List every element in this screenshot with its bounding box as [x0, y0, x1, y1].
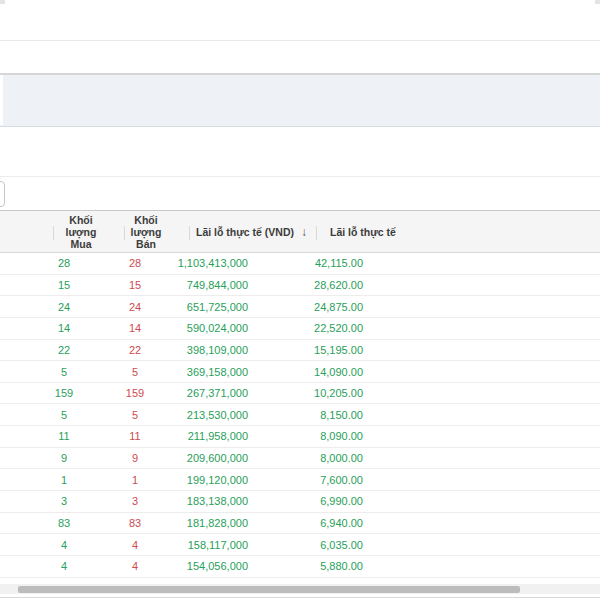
table-row[interactable]: 15 15 749,844,000 28,620.00 — [0, 275, 600, 297]
table-row[interactable]: 4 4 158,117,000 6,035.00 — [0, 534, 600, 556]
header-sell-volume-line: Khối — [120, 214, 172, 226]
table-row[interactable]: 1 1 199,120,000 7,600.00 — [0, 469, 600, 491]
buy-volume-cell: 159 — [36, 387, 92, 399]
table-row[interactable]: 11 11 211,958,000 8,090.00 — [0, 426, 600, 448]
realized-pl-vnd-cell: 199,120,000 — [148, 474, 248, 486]
realized-pl-vnd-cell: 749,844,000 — [148, 279, 248, 291]
header-realized-pl-vnd[interactable]: Lãi lỗ thực tế (VND)↓ — [196, 225, 307, 239]
realized-pl-cell: 8,150.00 — [263, 409, 363, 421]
header-buy-volume-line: lượng — [55, 226, 107, 238]
buy-volume-cell: 24 — [36, 301, 92, 313]
buy-volume-cell: 5 — [36, 366, 92, 378]
header-sell-volume-line: lượng — [120, 226, 172, 238]
realized-pl-vnd-cell: 213,530,000 — [148, 409, 248, 421]
realized-pl-vnd-cell: 369,158,000 — [148, 366, 248, 378]
table-row[interactable]: 83 83 181,828,000 6,940.00 — [0, 513, 600, 535]
realized-pl-cell: 10,205.00 — [263, 387, 363, 399]
buy-volume-cell: 28 — [36, 257, 92, 269]
realized-pl-vnd-cell: 158,117,000 — [148, 539, 248, 551]
realized-pl-vnd-cell: 154,056,000 — [148, 560, 248, 572]
realized-pl-vnd-cell: 209,600,000 — [148, 452, 248, 464]
realized-pl-vnd-cell: 1,103,413,000 — [148, 257, 248, 269]
realized-pl-cell: 24,875.00 — [263, 301, 363, 313]
table-row[interactable]: 5 5 213,530,000 8,150.00 — [0, 404, 600, 426]
realized-pl-vnd-cell: 398,109,000 — [148, 344, 248, 356]
mid-divider — [0, 176, 600, 177]
buy-volume-cell: 1 — [36, 474, 92, 486]
realized-pl-cell: 5,880.00 — [263, 560, 363, 572]
partial-input-box[interactable] — [0, 181, 5, 207]
buy-volume-cell: 3 — [36, 495, 92, 507]
table-row[interactable]: 3 3 183,138,000 6,990.00 — [0, 491, 600, 513]
table-header: Khối lượng Mua Khối lượng Bán Lãi lỗ thự… — [0, 210, 600, 253]
table-row[interactable]: 14 14 590,024,000 22,520.00 — [0, 318, 600, 340]
realized-pl-vnd-cell: 181,828,000 — [148, 517, 248, 529]
column-separator — [189, 226, 190, 240]
realized-pl-cell: 42,115.00 — [263, 257, 363, 269]
table-row[interactable]: 159 159 267,371,000 10,205.00 — [0, 383, 600, 405]
realized-pl-vnd-cell: 267,371,000 — [148, 387, 248, 399]
window-corner-fragment — [0, 0, 5, 4]
column-separator — [316, 226, 317, 240]
table-row[interactable]: 28 28 1,103,413,000 42,115.00 — [0, 253, 600, 275]
header-buy-volume-line: Khối — [55, 214, 107, 226]
column-separator — [53, 226, 54, 240]
window-corner-fragment — [595, 0, 600, 4]
header-sell-volume-line: Bán — [120, 238, 172, 250]
trading-realized-pl-screen: Khối lượng Mua Khối lượng Bán Lãi lỗ thự… — [0, 0, 600, 600]
toolbar-panel — [0, 73, 600, 127]
table-row[interactable]: 9 9 209,600,000 8,000.00 — [0, 448, 600, 470]
realized-pl-cell: 28,620.00 — [263, 279, 363, 291]
header-buy-volume-line: Mua — [55, 238, 107, 250]
realized-pl-cell: 8,000.00 — [263, 452, 363, 464]
header-buy-volume[interactable]: Khối lượng Mua — [55, 214, 107, 250]
buy-volume-cell: 4 — [36, 539, 92, 551]
header-realized-pl[interactable]: Lãi lỗ thực tế — [330, 226, 396, 238]
buy-volume-cell: 5 — [36, 409, 92, 421]
table-row[interactable]: 24 24 651,725,000 24,875.00 — [0, 296, 600, 318]
header-sell-volume[interactable]: Khối lượng Bán — [120, 214, 172, 250]
realized-pl-cell: 7,600.00 — [263, 474, 363, 486]
toolbar-panel-left-gap — [0, 75, 3, 125]
header-realized-pl-label: Lãi lỗ thực tế — [330, 226, 396, 238]
realized-pl-cell: 6,990.00 — [263, 495, 363, 507]
realized-pl-cell: 8,090.00 — [263, 430, 363, 442]
realized-pl-cell: 6,035.00 — [263, 539, 363, 551]
realized-pl-cell: 6,940.00 — [263, 517, 363, 529]
table-row[interactable]: 4 4 154,056,000 5,880.00 — [0, 556, 600, 578]
sort-desc-icon[interactable]: ↓ — [301, 225, 307, 239]
table-body: 28 28 1,103,413,000 42,115.00 15 15 749,… — [0, 253, 600, 584]
realized-pl-cell: 15,195.00 — [263, 344, 363, 356]
table-row[interactable]: 5 5 369,158,000 14,090.00 — [0, 361, 600, 383]
realized-pl-vnd-cell: 651,725,000 — [148, 301, 248, 313]
table-row[interactable]: 22 22 398,109,000 15,195.00 — [0, 340, 600, 362]
buy-volume-cell: 83 — [36, 517, 92, 529]
top-divider — [0, 40, 600, 41]
realized-pl-cell: 22,520.00 — [263, 322, 363, 334]
realized-pl-cell: 14,090.00 — [263, 366, 363, 378]
header-realized-pl-vnd-label: Lãi lỗ thực tế (VND) — [196, 226, 294, 238]
buy-volume-cell: 22 — [36, 344, 92, 356]
buy-volume-cell: 4 — [36, 560, 92, 572]
buy-volume-cell: 15 — [36, 279, 92, 291]
bottom-divider — [0, 597, 600, 598]
buy-volume-cell: 11 — [36, 430, 92, 442]
realized-pl-vnd-cell: 211,958,000 — [148, 430, 248, 442]
buy-volume-cell: 9 — [36, 452, 92, 464]
horizontal-scrollbar-thumb[interactable] — [18, 586, 520, 593]
realized-pl-vnd-cell: 183,138,000 — [148, 495, 248, 507]
realized-pl-vnd-cell: 590,024,000 — [148, 322, 248, 334]
buy-volume-cell: 14 — [36, 322, 92, 334]
